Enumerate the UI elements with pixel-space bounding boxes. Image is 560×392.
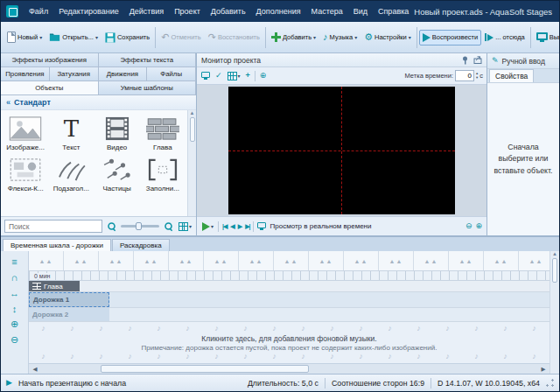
menu-file[interactable]: Файл bbox=[24, 4, 53, 18]
save-button[interactable]: Сохранить bbox=[102, 29, 153, 46]
zoom-out-icon[interactable]: ⊖ bbox=[466, 222, 472, 230]
resize-grip[interactable] bbox=[546, 379, 554, 387]
scrollbar-thumb[interactable] bbox=[101, 365, 309, 373]
library-scrollbar[interactable]: ▲ bbox=[187, 110, 196, 216]
scroll-up-icon[interactable]: ▲ bbox=[190, 110, 195, 116]
go-first-button[interactable]: |◀ bbox=[222, 223, 227, 230]
output-button[interactable]: Вывод ▾ bbox=[533, 29, 559, 46]
open-button-label: Открыть... bbox=[62, 33, 94, 41]
video-preview[interactable] bbox=[228, 87, 456, 214]
menu-add[interactable]: Добавить bbox=[206, 4, 251, 18]
slider-thumb[interactable] bbox=[136, 222, 142, 230]
object-item-flexi-collage[interactable]: Флекси-К... bbox=[3, 157, 48, 192]
menu-addons[interactable]: Дополнения bbox=[251, 4, 306, 18]
tab-files[interactable]: Файлы bbox=[147, 67, 196, 80]
track-2-header[interactable]: Дорожка 2 bbox=[29, 308, 109, 321]
monitor-display-button[interactable] bbox=[200, 71, 211, 80]
play-from-here-button[interactable]: ... отсюда bbox=[481, 30, 528, 45]
scroll-up-icon[interactable]: ▲ bbox=[552, 251, 557, 256]
track-1-header[interactable]: Дорожка 1 bbox=[29, 292, 109, 307]
object-item-text[interactable]: T Текст bbox=[48, 116, 94, 151]
menu-view[interactable]: Вид bbox=[348, 4, 373, 18]
menu-project[interactable]: Проект bbox=[169, 4, 206, 18]
object-item-chapter[interactable]: Глава bbox=[140, 116, 186, 151]
chapter-track[interactable]: Глава bbox=[29, 281, 550, 292]
zoom-out-icon: ⊖ bbox=[10, 334, 18, 346]
spinner-buttons[interactable]: ▴▾ bbox=[476, 72, 478, 80]
menu-edit[interactable]: Редактирование bbox=[53, 4, 124, 18]
menu-help[interactable]: Справка bbox=[373, 4, 414, 18]
tab-reveals[interactable]: Проявления bbox=[1, 67, 50, 80]
open-button[interactable]: Открыть... ▾ bbox=[46, 29, 102, 46]
standard-section-header[interactable]: « Стандарт bbox=[1, 95, 196, 110]
view-mode-button[interactable]: ▾ bbox=[178, 221, 192, 232]
object-item-video[interactable]: Видео bbox=[94, 116, 140, 151]
pin-icon[interactable] bbox=[461, 56, 469, 65]
go-last-button[interactable]: ▶| bbox=[245, 223, 249, 230]
scroll-right-icon[interactable]: ▶ bbox=[537, 366, 550, 373]
snap-magnet-button[interactable]: ∩ bbox=[7, 270, 23, 284]
chapter-track-header[interactable]: Глава bbox=[29, 281, 80, 291]
timeline-zoom-out-button[interactable]: ⊖ bbox=[7, 333, 23, 346]
library-search-input[interactable] bbox=[4, 220, 102, 233]
object-item-image[interactable]: Изображе... bbox=[3, 116, 48, 151]
undock-icon[interactable] bbox=[473, 56, 482, 64]
expand-vertical-button[interactable]: ↕ bbox=[7, 302, 23, 315]
timeline-zoom-in-button[interactable]: ⊕ bbox=[7, 318, 23, 331]
redo-button[interactable]: ↷ Восстановить bbox=[205, 29, 263, 46]
spin-down-icon[interactable]: ▾ bbox=[476, 76, 478, 80]
tab-image-effects[interactable]: Эффекты изображения bbox=[1, 53, 99, 66]
undo-button[interactable]: ↶ Отменить bbox=[158, 29, 205, 46]
track-2[interactable]: Дорожка 2 bbox=[29, 308, 550, 322]
go-previous-button[interactable]: ◀ bbox=[230, 223, 234, 230]
zoom-mode-button[interactable]: ⊕ bbox=[259, 71, 268, 80]
time-marker-input[interactable] bbox=[455, 70, 474, 81]
tab-motions[interactable]: Движения bbox=[99, 67, 148, 80]
go-next-button[interactable]: ▶ bbox=[238, 223, 242, 230]
tab-smart-templates[interactable]: Умные шаблоны bbox=[99, 81, 197, 94]
thumbnail-size-slider[interactable] bbox=[121, 225, 159, 228]
scrollbar-track[interactable] bbox=[41, 364, 537, 374]
monitor-toolbar: ✓ ▾ + ⊕ Метка времени: ▴▾ с bbox=[197, 67, 486, 85]
object-item-subtitle[interactable]: Подзагол... bbox=[48, 157, 94, 192]
start-presentation-button[interactable]: Начать презентацию с начала bbox=[18, 379, 126, 388]
scrollbar-thumb[interactable] bbox=[190, 117, 195, 142]
track-rows-button[interactable]: ≡ bbox=[7, 255, 23, 268]
realtime-preview-toggle[interactable]: Просмотр в реальном времени bbox=[270, 222, 371, 230]
background-music-track[interactable]: ♪♪♪♪♪♪♪♪♪♪♪♪♪♪♪♪♪♪ Кликните здесь, для д… bbox=[29, 322, 550, 363]
timeline-image-ruler[interactable]: ▲▲▲▲▲▲▲▲▲▲▲▲▲▲▲▲▲▲▲▲▲▲▲▲▲▲▲▲▲▲ bbox=[29, 251, 550, 271]
zoom-in-icon[interactable] bbox=[164, 221, 172, 230]
play-button[interactable]: Воспроизвести bbox=[419, 30, 481, 46]
play-from-here-label: ... отсюда bbox=[495, 33, 524, 41]
zoom-in-icon[interactable]: ⊕ bbox=[475, 222, 482, 230]
timeline-horizontal-scrollbar[interactable]: ◀ ▶ bbox=[29, 363, 550, 374]
expand-horizontal-button[interactable]: ↔ bbox=[7, 286, 23, 299]
scrollbar-thumb[interactable] bbox=[552, 258, 557, 283]
tab-fades[interactable]: Затухания bbox=[50, 67, 99, 80]
tab-text-effects[interactable]: Эффекты текста bbox=[99, 53, 197, 66]
object-item-placeholder[interactable]: Заполни... bbox=[140, 157, 186, 192]
tab-objects[interactable]: Объекты bbox=[1, 81, 99, 94]
tab-properties[interactable]: Свойства bbox=[489, 69, 534, 82]
crosshair-button[interactable]: + bbox=[245, 71, 251, 80]
apply-button[interactable]: ✓ bbox=[214, 71, 223, 80]
settings-button[interactable]: ⚙ Настройки ▾ bbox=[360, 29, 415, 46]
timeline-vertical-scrollbar[interactable]: ▲ bbox=[550, 251, 559, 374]
grid-overlay-button[interactable]: ▾ bbox=[227, 71, 242, 81]
zoom-out-icon[interactable] bbox=[107, 221, 116, 230]
tab-storyboard[interactable]: Раскадровка bbox=[112, 239, 170, 251]
tab-timeline-tracks[interactable]: Временная шкала - дорожки bbox=[3, 239, 111, 251]
object-item-particles[interactable]: Частицы bbox=[94, 157, 140, 192]
manual-input-header[interactable]: ✎ Ручной ввод bbox=[487, 53, 559, 69]
new-button[interactable]: Новый ▾ bbox=[4, 28, 46, 46]
scroll-left-icon[interactable]: ◀ bbox=[29, 366, 41, 373]
add-button[interactable]: Добавить ▾ bbox=[268, 29, 319, 46]
music-button[interactable]: ♪ Музыка ▾ bbox=[319, 29, 360, 46]
track-1-label: Дорожка 1 bbox=[33, 296, 69, 304]
manual-input-label: Ручной ввод bbox=[502, 57, 545, 66]
timeline-time-ruler[interactable]: 0 мин bbox=[29, 271, 550, 281]
track-1[interactable]: Дорожка 1 bbox=[29, 292, 550, 308]
menu-actions[interactable]: Действия bbox=[124, 4, 169, 18]
menu-wizards[interactable]: Мастера bbox=[306, 4, 348, 18]
preview-play-button[interactable]: ▾ bbox=[201, 221, 214, 232]
